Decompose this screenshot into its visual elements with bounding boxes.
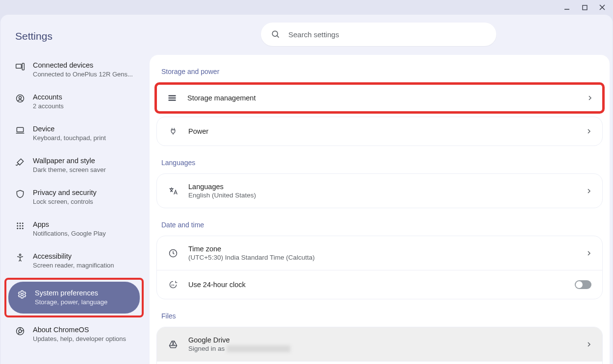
redacted-email [227, 345, 290, 352]
row-sub: (UTC+5:30) India Standard Time (Calcutta… [188, 254, 577, 261]
svg-point-18 [22, 228, 24, 229]
row-languages[interactable]: Languages English (United States) [157, 174, 602, 208]
close-button[interactable] [595, 0, 609, 14]
sidebar-item-device[interactable]: Device Keyboard, touchpad, print [6, 118, 142, 149]
section-heading-storage: Storage and power [150, 67, 610, 82]
sidebar-item-label: Accessibility [33, 252, 114, 261]
accessibility-icon [15, 253, 25, 263]
sidebar-item-sub: Updates, help, developer options [33, 335, 126, 343]
section-heading-languages: Languages [150, 152, 610, 173]
search-icon [271, 29, 281, 39]
chevron-right-icon [587, 129, 591, 134]
row-google-drive[interactable]: Google Drive Signed in as [157, 327, 602, 361]
row-24hour[interactable]: 24 Use 24-hour clock [157, 270, 602, 299]
chevron-right-icon [587, 251, 591, 256]
svg-point-19 [19, 254, 21, 256]
search-box[interactable] [261, 23, 496, 46]
row-title: Google Drive [188, 336, 577, 344]
app-shell: Settings Connected devices Connected to … [0, 15, 613, 364]
main-area: Storage and power Storage management [148, 15, 613, 364]
sidebar-item-sub: Dark theme, screen saver [33, 166, 106, 174]
svg-point-15 [22, 225, 24, 227]
svg-rect-5 [22, 63, 24, 70]
row-sub: English (United States) [188, 192, 577, 199]
search-input[interactable] [288, 30, 486, 39]
svg-point-20 [21, 293, 24, 296]
account-icon [15, 94, 25, 103]
card-languages: Languages English (United States) [156, 173, 603, 208]
card-datetime: Time zone (UTC+5:30) India Standard Time… [156, 236, 603, 299]
svg-point-23 [272, 31, 278, 36]
chevron-right-icon [587, 96, 592, 100]
sidebar-item-label: Accounts [33, 93, 64, 102]
search-wrap [148, 15, 610, 55]
chrome-icon [15, 326, 25, 336]
content-panel: Storage and power Storage management [150, 55, 610, 364]
sidebar-item-sub: Lock screen, controls [33, 197, 97, 206]
sidebar-item-system-preferences[interactable]: System preferences Storage, power, langu… [8, 282, 140, 314]
clock-icon [168, 248, 179, 259]
apps-grid-icon [15, 221, 25, 231]
sidebar-item-sub: Notifications, Google Play [33, 229, 106, 238]
svg-point-16 [17, 228, 18, 229]
switch-24hour[interactable] [575, 280, 591, 289]
row-title: Time zone [188, 245, 577, 253]
shield-icon [15, 189, 25, 199]
svg-line-24 [277, 36, 279, 38]
svg-rect-1 [583, 5, 587, 10]
sidebar-item-privacy[interactable]: Privacy and security Lock screen, contro… [6, 181, 142, 213]
sidebar: Settings Connected devices Connected to … [0, 15, 148, 364]
brush-icon [15, 157, 25, 167]
svg-point-7 [19, 97, 22, 99]
sidebar-item-label: Privacy and security [33, 188, 97, 197]
sidebar-item-label: Apps [33, 220, 106, 229]
google-drive-icon [168, 339, 179, 350]
row-title: Power [188, 127, 577, 135]
svg-text:24: 24 [171, 284, 175, 287]
sidebar-item-accessibility[interactable]: Accessibility Screen reader, magnificati… [6, 245, 142, 277]
svg-point-13 [17, 225, 18, 227]
svg-point-12 [22, 222, 24, 224]
sidebar-item-accounts[interactable]: Accounts 2 accounts [6, 86, 142, 118]
power-plug-icon [168, 126, 179, 137]
highlight-storage-management: Storage management [154, 82, 605, 114]
svg-point-17 [20, 228, 21, 229]
maximize-button[interactable] [578, 0, 591, 14]
translate-icon [168, 186, 179, 196]
page-title: Settings [6, 25, 142, 54]
row-title: Storage management [187, 94, 578, 102]
row-power[interactable]: Power [157, 117, 602, 146]
gear-icon [17, 290, 27, 299]
svg-rect-27 [169, 99, 176, 101]
svg-point-14 [20, 225, 21, 227]
sidebar-item-sub: Storage, power, language [35, 298, 107, 307]
row-timezone[interactable]: Time zone (UTC+5:30) India Standard Time… [157, 236, 602, 270]
sidebar-item-about[interactable]: About ChromeOS Updates, help, developer … [6, 318, 142, 350]
sidebar-item-sub: Screen reader, magnification [33, 261, 114, 270]
svg-rect-25 [169, 95, 176, 97]
sidebar-item-label: Wallpaper and style [33, 156, 106, 166]
highlight-system-preferences: System preferences Storage, power, langu… [4, 278, 144, 317]
sidebar-item-sub: Keyboard, touchpad, print [33, 134, 106, 143]
devices-icon [15, 62, 25, 72]
row-storage-management[interactable]: Storage management [157, 85, 602, 111]
row-sub: Signed in as [188, 345, 577, 352]
sidebar-item-apps[interactable]: Apps Notifications, Google Play [6, 213, 142, 245]
chevron-right-icon [587, 189, 591, 194]
row-onedrive[interactable]: OneDrive Add your Microsoft account [157, 361, 602, 364]
card-files: Google Drive Signed in as OneDrive Add y… [156, 327, 603, 364]
svg-rect-8 [17, 127, 23, 132]
chevron-right-icon [587, 342, 591, 347]
svg-rect-26 [169, 97, 176, 99]
row-title: Use 24-hour clock [188, 281, 565, 289]
sidebar-item-label: About ChromeOS [33, 325, 126, 335]
row-title: Languages [188, 183, 577, 191]
sidebar-item-sub: Connected to OnePlus 12R Gens... [33, 70, 133, 79]
sidebar-item-sub: 2 accounts [33, 102, 64, 111]
sidebar-item-label: Device [33, 124, 106, 134]
clock-24-icon: 24 [168, 279, 179, 290]
svg-rect-4 [16, 64, 22, 68]
sidebar-item-wallpaper[interactable]: Wallpaper and style Dark theme, screen s… [6, 149, 142, 181]
minimize-button[interactable] [560, 0, 574, 14]
sidebar-item-connected-devices[interactable]: Connected devices Connected to OnePlus 1… [6, 54, 142, 86]
